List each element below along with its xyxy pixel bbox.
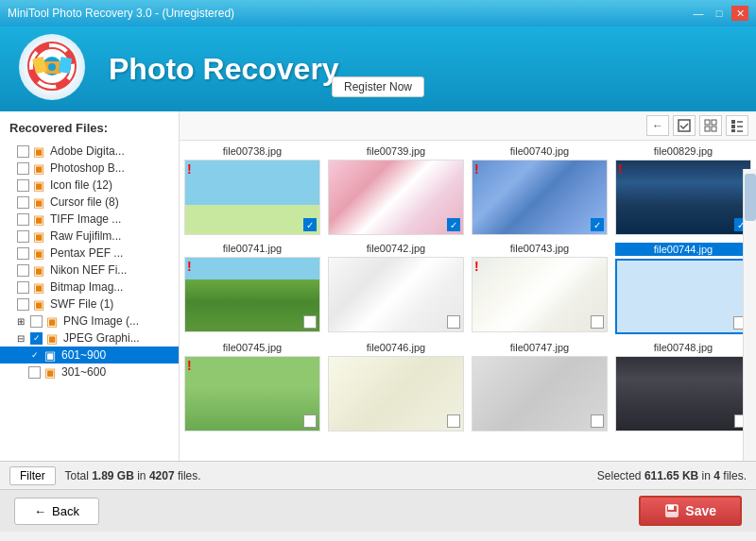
status-selected-count: 4 xyxy=(713,469,720,482)
checkbox-adobe[interactable] xyxy=(17,145,29,158)
checkbox-swf[interactable] xyxy=(17,298,29,311)
sidebar-item-pentax[interactable]: ▣ Pentax PEF ... xyxy=(0,245,179,262)
sidebar-label-swf: SWF File (1) xyxy=(50,297,113,311)
sidebar-item-icon[interactable]: ▣ Icon file (12) xyxy=(0,177,179,194)
save-button[interactable]: Save xyxy=(639,496,742,526)
checkbox-739[interactable]: ✓ xyxy=(447,218,460,231)
save-label: Save xyxy=(685,503,716,518)
checkbox-740[interactable]: ✓ xyxy=(591,218,604,231)
checkbox-742[interactable] xyxy=(447,315,460,329)
app-logo xyxy=(19,34,94,105)
sidebar-label-601-900: 601~900 xyxy=(61,348,106,362)
status-total-size: 1.89 GB xyxy=(92,469,134,482)
grid-view-button[interactable] xyxy=(699,115,722,136)
checkbox-301-600[interactable] xyxy=(28,366,41,379)
photo-item-739[interactable]: file00739.jpg ✓ xyxy=(328,145,464,235)
sidebar-item-tiff[interactable]: ▣ TIFF Image ... xyxy=(0,211,179,228)
sidebar-item-jpeg[interactable]: ⊟ ✓ ▣ JPEG Graphi... xyxy=(0,330,179,347)
filename-738: file00738.jpg xyxy=(223,145,282,157)
filename-744: file00744.jpg xyxy=(615,243,751,256)
checkbox-photoshop[interactable] xyxy=(17,162,29,175)
sidebar-item-301-600[interactable]: ▣ 301~600 xyxy=(0,363,179,380)
filter-button[interactable]: Filter xyxy=(9,466,56,485)
photo-item-748[interactable]: file00748.jpg xyxy=(615,342,751,431)
sidebar-item-601-900[interactable]: ✓ ▣ 601~900 xyxy=(0,347,179,363)
sidebar-item-swf[interactable]: ▣ SWF File (1) xyxy=(0,296,179,313)
detail-view-button[interactable] xyxy=(726,115,748,136)
filename-741: file00741.jpg xyxy=(223,243,282,254)
photo-item-746[interactable]: file00746.jpg xyxy=(328,342,464,431)
sidebar-item-bitmap[interactable]: ▣ Bitmap Imag... xyxy=(0,279,179,296)
sidebar-label-photoshop: Photoshop B... xyxy=(50,161,125,175)
minimize-button[interactable]: — xyxy=(690,6,707,21)
sidebar-item-nikon[interactable]: ▣ Nikon NEF Fi... xyxy=(0,262,179,279)
photo-item-738[interactable]: file00738.jpg ! ✓ xyxy=(184,145,320,235)
close-button[interactable]: ✕ xyxy=(731,6,748,21)
checkbox-cursor[interactable] xyxy=(17,196,29,209)
filename-748: file00748.jpg xyxy=(654,342,713,353)
photo-item-744[interactable]: file00744.jpg xyxy=(615,243,751,334)
checkbox-bitmap[interactable] xyxy=(17,281,29,294)
sidebar-item-photoshop[interactable]: ▣ Photoshop B... xyxy=(0,160,179,177)
status-total-count: 4207 xyxy=(149,469,175,482)
file-icon-raw: ▣ xyxy=(33,229,46,243)
file-icon-bitmap: ▣ xyxy=(33,280,46,294)
file-icon-601-900: ▣ xyxy=(44,348,58,362)
sidebar-label-nikon: Nikon NEF Fi... xyxy=(50,263,127,277)
checkbox-745[interactable] xyxy=(303,414,317,428)
view-toolbar: ← xyxy=(180,111,756,141)
sidebar-item-raw[interactable]: ▣ Raw Fujifilm... xyxy=(0,228,179,245)
scrollbar-thumb[interactable] xyxy=(745,174,756,221)
photo-item-740[interactable]: file00740.jpg ! ✓ xyxy=(472,145,608,235)
checkbox-tiff[interactable] xyxy=(17,213,29,226)
thumb-739: ✓ xyxy=(328,160,464,235)
thumb-748 xyxy=(615,356,751,431)
checkbox-747[interactable] xyxy=(591,414,604,428)
checkbox-741[interactable] xyxy=(303,315,317,329)
check-all-button[interactable] xyxy=(673,115,696,136)
thumb-829: ! ✓ xyxy=(615,160,751,235)
file-icon-pentax: ▣ xyxy=(33,246,46,260)
photo-item-745[interactable]: file00745.jpg ! xyxy=(184,342,320,431)
photo-item-741[interactable]: file00741.jpg ! xyxy=(184,243,320,334)
filename-740: file00740.jpg xyxy=(510,145,569,157)
checkbox-746[interactable] xyxy=(447,414,460,428)
photo-item-747[interactable]: file00747.jpg xyxy=(472,342,608,431)
nav-back-toolbar-button[interactable]: ← xyxy=(646,115,669,136)
checkbox-pentax[interactable] xyxy=(17,247,29,260)
thumb-744 xyxy=(615,259,751,334)
filename-745: file00745.jpg xyxy=(223,342,282,353)
sidebar-label-tiff: TIFF Image ... xyxy=(50,212,121,226)
sidebar-item-adobe[interactable]: ▣ Adobe Digita... xyxy=(0,143,179,160)
checkbox-raw[interactable] xyxy=(17,230,29,243)
photo-item-742[interactable]: file00742.jpg xyxy=(328,243,464,334)
register-button[interactable]: Register Now xyxy=(332,76,424,97)
checkbox-738[interactable]: ✓ xyxy=(303,218,317,231)
sidebar-item-png[interactable]: ⊞ ▣ PNG Image (... xyxy=(0,313,179,330)
checkbox-png[interactable] xyxy=(30,315,43,328)
checkbox-jpeg[interactable]: ✓ xyxy=(30,332,43,345)
photo-item-829[interactable]: file00829.jpg ! ✓ xyxy=(615,145,751,235)
file-tree-sidebar: Recovered Files: ▣ Adobe Digita... ▣ Pho… xyxy=(0,111,180,461)
thumb-742 xyxy=(328,257,464,332)
sidebar-item-cursor[interactable]: ▣ Cursor file (8) xyxy=(0,194,179,211)
photo-item-743[interactable]: file00743.jpg ! xyxy=(472,243,608,334)
status-in: in xyxy=(137,469,149,482)
error-badge-829: ! xyxy=(618,162,623,176)
checkbox-743[interactable] xyxy=(591,315,604,329)
sidebar-label-jpeg: JPEG Graphi... xyxy=(63,331,140,345)
checkbox-nikon[interactable] xyxy=(17,264,29,277)
file-icon-swf: ▣ xyxy=(33,297,46,311)
sidebar-header: Recovered Files: xyxy=(0,116,179,143)
maximize-button[interactable]: □ xyxy=(711,6,728,21)
photo-grid: file00738.jpg ! ✓ file00739.jpg ✓ file00… xyxy=(180,141,756,461)
sidebar-label-301-600: 301~600 xyxy=(61,365,106,379)
sidebar-label-png: PNG Image (... xyxy=(63,314,139,328)
sidebar-label-icon: Icon file (12) xyxy=(50,178,112,192)
back-button[interactable]: ← Back xyxy=(14,498,99,525)
filename-743: file00743.jpg xyxy=(510,243,569,254)
filename-829: file00829.jpg xyxy=(654,145,713,157)
checkbox-601-900[interactable]: ✓ xyxy=(28,349,41,362)
scrollbar[interactable] xyxy=(743,169,756,461)
checkbox-icon[interactable] xyxy=(17,179,29,192)
